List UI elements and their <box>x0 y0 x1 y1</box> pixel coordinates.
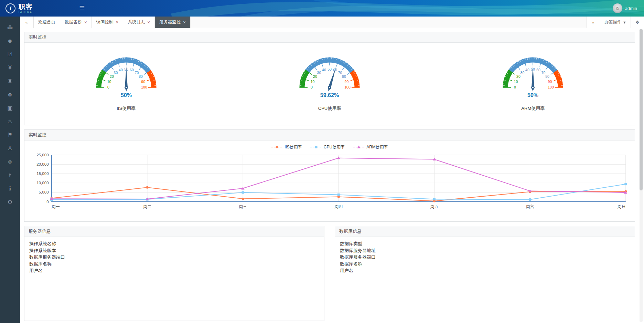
info-item: 用户名 <box>29 267 319 274</box>
tab-1[interactable]: 欢迎首页 <box>34 17 60 28</box>
top-navbar: i 职客 IZHIKE ☰ ☺ admin <box>0 0 644 17</box>
sidebar-item-finance-yen[interactable]: ¥ <box>0 61 20 74</box>
realtime-gauge-panel: 实时监控 010203040506070809010050%IIS使用率0102… <box>24 32 635 125</box>
app-logo[interactable]: i 职客 IZHIKE <box>0 3 39 13</box>
hamburger-menu-icon[interactable]: ☰ <box>79 4 85 12</box>
team-icon: ☻ <box>7 92 13 98</box>
svg-text:100: 100 <box>344 85 351 89</box>
fullscreen-icon[interactable]: ✥ <box>631 17 644 28</box>
svg-text:40: 40 <box>119 68 123 72</box>
user-name[interactable]: admin <box>625 6 637 11</box>
legend-label: IIS使用率 <box>285 144 302 150</box>
users-icon: ☻ <box>7 38 13 44</box>
x-tick-label: 周一 <box>52 204 60 209</box>
info-item: 数据库名称 <box>29 261 319 268</box>
tab-3[interactable]: 访问控制× <box>92 17 124 28</box>
panel-title: 数据库信息 <box>335 226 635 237</box>
legend-item-2[interactable]: CPU使用率 <box>310 144 345 150</box>
tabs-scroll-left-button[interactable]: « <box>20 17 34 28</box>
x-tick-label: 周四 <box>334 204 343 209</box>
content-scrollbar[interactable] <box>640 29 643 322</box>
sidebar-item-settings-gears[interactable]: ⚙ <box>0 195 20 209</box>
database-info-list: 数据库类型数据库服务器地址数据库服务器端口数据库名称用户名 <box>335 237 635 278</box>
gauge-2: 010203040506070809010059.62%CPU使用率 <box>290 47 369 112</box>
sidebar-item-share-nodes[interactable]: ⁂ <box>0 21 20 34</box>
x-tick-label: 周五 <box>430 204 438 209</box>
gauge-value: 50% <box>121 92 132 98</box>
bank-icon: ♜ <box>8 78 12 84</box>
tab-5[interactable]: 服务器监控× <box>155 17 191 28</box>
sidebar-item-user[interactable]: ☺ <box>0 155 20 168</box>
svg-text:90: 90 <box>141 80 145 84</box>
gauge-chart: 010203040506070809010059.62% <box>290 47 369 99</box>
svg-text:30: 30 <box>520 71 525 75</box>
svg-text:10: 10 <box>107 80 111 84</box>
info-item: 数据库服务器端口 <box>29 254 319 261</box>
triangle-marker-icon <box>353 145 365 149</box>
tab-close-icon[interactable]: × <box>147 20 150 24</box>
tab-close-icon[interactable]: × <box>183 20 186 24</box>
svg-text:100: 100 <box>141 85 147 89</box>
panel-title: 实时监控 <box>24 32 635 43</box>
info-item: 操作系统版本 <box>29 247 319 254</box>
sidebar-item-users[interactable]: ☻ <box>0 34 20 48</box>
brand-name: 职客 <box>19 3 33 10</box>
sidebar-item-person[interactable]: ♙ <box>0 142 20 155</box>
avatar[interactable]: ☺ <box>613 3 622 13</box>
sidebar-item-briefcase[interactable]: ▣ <box>0 101 20 115</box>
legend-item-1[interactable]: IIS使用率 <box>271 144 302 150</box>
sidebar-item-bank[interactable]: ♜ <box>0 74 20 88</box>
navbar-decoration <box>0 0 644 17</box>
svg-text:70: 70 <box>338 71 342 75</box>
gauge-value: 59.62% <box>320 92 339 98</box>
svg-text:30: 30 <box>114 71 118 75</box>
tabs-scroll-right-button[interactable]: » <box>587 17 599 28</box>
sidebar-item-tasks[interactable]: ☑ <box>0 48 20 61</box>
svg-text:0: 0 <box>311 85 313 89</box>
legend-item-3[interactable]: ARM使用率 <box>353 144 388 150</box>
info-item: 数据库服务器端口 <box>340 254 630 261</box>
gauge-label: ARM使用率 <box>521 105 545 112</box>
tab-close-icon[interactable]: × <box>116 20 119 24</box>
svg-text:20: 20 <box>313 74 317 79</box>
svg-text:20: 20 <box>516 74 520 79</box>
tab-label: 系统日志 <box>128 19 145 25</box>
svg-text:70: 70 <box>541 71 546 75</box>
tab-operations-dropdown[interactable]: 页签操作 ▾ <box>599 17 630 28</box>
x-tick-label: 周六 <box>526 204 534 209</box>
svg-text:80: 80 <box>546 74 550 79</box>
info-item: 数据库名称 <box>340 261 630 268</box>
tab-close-icon[interactable]: × <box>84 20 87 24</box>
briefcase-icon: ▣ <box>7 105 12 111</box>
sidebar-item-medical-display[interactable]: ⚕ <box>0 168 20 182</box>
gauge-label: CPU使用率 <box>318 105 341 112</box>
logo-circle-icon: i <box>6 3 15 13</box>
panel-title: 实时监控 <box>24 130 635 140</box>
scrollbar-thumb[interactable] <box>640 29 643 190</box>
sidebar-item-info[interactable]: ℹ <box>0 182 20 195</box>
tab-operations-label: 页签操作 <box>604 19 621 25</box>
realtime-trend-panel: 实时监控 IIS使用率CPU使用率ARM使用率 05,00010,00015,0… <box>24 129 635 222</box>
svg-text:90: 90 <box>548 80 552 84</box>
svg-text:40: 40 <box>322 68 326 72</box>
tab-label: 欢迎首页 <box>38 19 55 25</box>
tab-4[interactable]: 系统日志× <box>123 17 155 28</box>
sidebar-item-team[interactable]: ☻ <box>0 88 20 101</box>
tab-2[interactable]: 数据备份× <box>60 17 92 28</box>
svg-text:10,000: 10,000 <box>36 180 49 185</box>
tab-label: 服务器监控 <box>159 19 181 25</box>
gauge-value: 50% <box>527 92 538 98</box>
person-icon: ♙ <box>8 145 12 152</box>
svg-text:60: 60 <box>130 68 134 72</box>
sidebar-item-thermometer[interactable]: ♨ <box>0 115 20 128</box>
brand-subtitle: IZHIKE <box>19 11 33 13</box>
tab-label: 访问控制 <box>96 19 114 25</box>
sidebar-item-education[interactable]: ⚑ <box>0 128 20 142</box>
gauge-label: IIS使用率 <box>117 105 136 112</box>
sidebar: ⁂☻☑¥♜☻▣♨⚑♙☺⚕ℹ⚙ <box>0 17 20 323</box>
gauge-row: 010203040506070809010050%IIS使用率010203040… <box>24 43 635 125</box>
svg-text:0: 0 <box>46 199 49 204</box>
medical-display-icon: ⚕ <box>9 172 12 178</box>
legend-label: ARM使用率 <box>366 144 388 150</box>
circle-marker-icon <box>271 145 283 149</box>
